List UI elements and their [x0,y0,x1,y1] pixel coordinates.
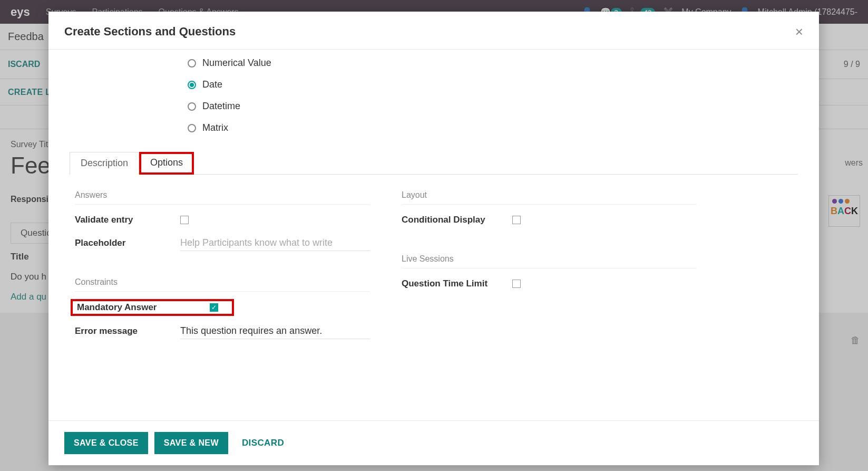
radio-numerical[interactable]: Numerical Value [188,57,798,69]
section-live-sessions: Live Sessions [402,254,697,268]
mandatory-label: Mandatory Answer [77,302,178,313]
radio-matrix[interactable]: Matrix [188,122,798,133]
conditional-label: Conditional Display [402,215,512,225]
placeholder-label: Placeholder [75,238,180,248]
radio-label: Date [202,79,222,90]
error-msg-label: Error message [75,326,180,337]
tab-options[interactable]: Options [150,157,183,168]
section-constraints: Constraints [75,277,370,292]
radio-label: Numerical Value [202,57,271,69]
placeholder-input[interactable] [180,235,370,251]
conditional-checkbox[interactable] [512,216,521,224]
close-icon[interactable]: × [795,25,803,39]
save-new-button[interactable]: SAVE & NEW [154,432,228,454]
discard-button[interactable]: DISCARD [235,431,291,455]
time-limit-checkbox[interactable] [512,280,521,288]
radio-icon [188,81,196,89]
highlight-options: Options [139,152,194,175]
error-msg-input[interactable]: This question requires an answer. [180,323,370,339]
radio-icon [188,102,196,111]
mandatory-checkbox[interactable]: ✓ [210,303,218,312]
modal-dialog: Create Sections and Questions × Numerica… [48,12,819,465]
save-close-button[interactable]: SAVE & CLOSE [64,432,148,454]
section-answers: Answers [75,190,370,205]
radio-icon [188,59,196,68]
radio-label: Matrix [202,122,228,133]
validate-checkbox[interactable] [180,216,189,224]
tab-description[interactable]: Description [70,152,139,175]
radio-datetime[interactable]: Datetime [188,101,798,112]
section-layout: Layout [402,190,697,205]
highlight-mandatory: Mandatory Answer ✓ [71,299,234,316]
modal-title: Create Sections and Questions [64,25,236,39]
radio-label: Datetime [202,101,240,112]
radio-date[interactable]: Date [188,79,798,90]
validate-label: Validate entry [75,215,180,225]
question-type-radios: Numerical Value Date Datetime Matrix [188,57,798,133]
time-limit-label: Question Time Limit [402,278,512,289]
radio-icon [188,124,196,132]
